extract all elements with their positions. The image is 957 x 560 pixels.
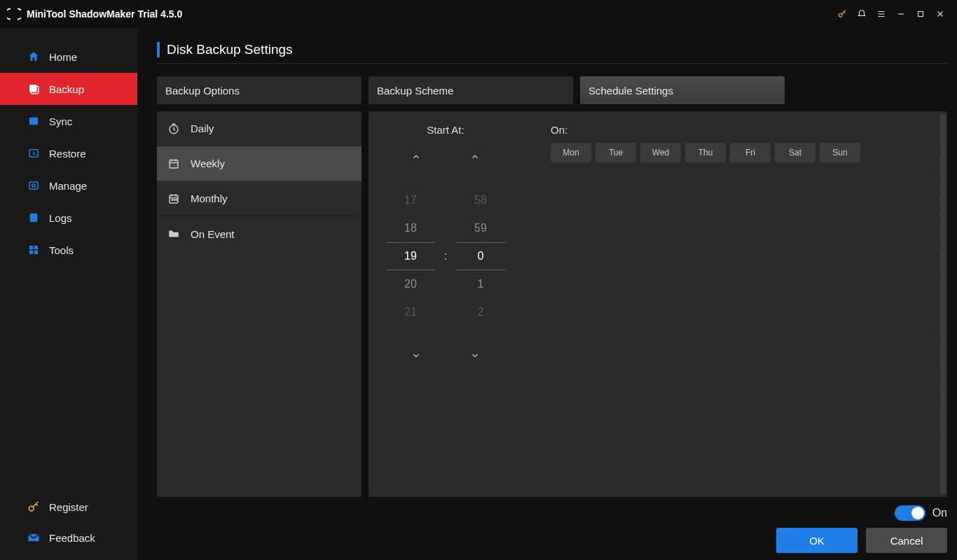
calendar-week-icon [167,157,181,171]
manage-icon [27,178,41,192]
sidebar-item-label: Backup [49,83,84,95]
freq-label: Daily [191,122,214,134]
minute-option: 59 [456,214,505,242]
sidebar-item-label: Tools [49,244,74,256]
sidebar-item-tools[interactable]: Tools [0,234,137,266]
time-picker: Start At: 17 18 19 20 21 [383,124,509,365]
minute-column[interactable]: 58 59 0 1 2 [453,186,509,326]
minute-up[interactable] [461,147,489,167]
hour-option: 20 [386,270,435,298]
sidebar-register[interactable]: Register [0,491,137,522]
tab-backup-scheme[interactable]: Backup Scheme [369,76,573,104]
sidebar-item-home[interactable]: Home [0,41,137,73]
freq-monthly[interactable]: Monthly [157,181,362,216]
schedule-toggle[interactable] [895,505,925,521]
sidebar-item-backup[interactable]: Backup [0,73,137,105]
days-picker: On: Mon Tue Wed Thu Fri Sat Sun [551,124,860,162]
sidebar-item-label: Sync [49,115,72,127]
sidebar-item-restore[interactable]: Restore [0,137,137,169]
svg-point-19 [176,199,177,200]
home-icon [27,50,41,64]
freq-label: Monthly [191,192,228,204]
sidebar: Home Backup Sync Restore Manage Logs [0,28,137,560]
toggle-label: On [932,507,947,519]
day-sat[interactable]: Sat [775,143,815,162]
day-tue[interactable]: Tue [595,143,636,162]
calendar-month-icon [167,192,181,206]
mail-icon [27,531,41,545]
hour-down[interactable] [402,346,430,365]
tools-icon [27,243,41,257]
start-at-label: Start At: [427,124,464,136]
folder-icon [167,227,181,241]
hour-selected: 19 [386,242,435,270]
maximize-icon[interactable] [911,4,930,24]
svg-point-7 [32,184,36,188]
tab-schedule-settings[interactable]: Schedule Settings [580,76,785,104]
sidebar-item-logs[interactable]: Logs [0,202,137,234]
tab-label: Backup Scheme [377,85,453,97]
page-title-accent [157,42,160,57]
minute-option: 2 [456,298,505,326]
key-icon [27,500,41,514]
freq-weekly[interactable]: Weekly [157,146,362,181]
svg-rect-12 [34,251,38,254]
freq-onevent[interactable]: On Event [157,216,362,251]
hour-option: 21 [386,298,435,326]
freq-label: Weekly [191,158,225,169]
svg-point-13 [29,506,34,511]
day-wed[interactable]: Wed [640,143,681,162]
day-thu[interactable]: Thu [685,143,726,162]
feedback-label: Feedback [49,532,95,544]
notify-icon[interactable] [852,4,872,24]
day-fri[interactable]: Fri [730,143,771,162]
register-label: Register [49,501,88,513]
page-title-row: Disk Backup Settings [157,42,947,64]
svg-rect-4 [29,118,38,125]
ok-button[interactable]: OK [776,528,858,553]
tab-label: Schedule Settings [588,85,673,97]
minimize-icon[interactable] [891,4,911,24]
minute-selected: 0 [456,242,505,270]
freq-daily[interactable]: Daily [157,111,362,146]
minute-down[interactable] [461,346,489,365]
freq-label: On Event [191,228,235,240]
main: Disk Backup Settings Backup Options Back… [137,28,957,560]
hour-column[interactable]: 17 18 19 20 21 [383,186,439,326]
sidebar-item-label: Restore [49,148,86,160]
schedule-panel: Start At: 17 18 19 20 21 [369,111,947,497]
sync-icon [27,114,41,128]
svg-rect-8 [30,214,38,222]
scrollbar[interactable] [940,114,946,494]
day-sun[interactable]: Sun [820,143,860,162]
sidebar-item-manage[interactable]: Manage [0,169,137,202]
footer: On OK Cancel [157,497,947,553]
minute-option: 58 [456,186,505,214]
sidebar-item-label: Logs [49,212,72,224]
clock-icon [167,122,181,136]
cancel-button[interactable]: Cancel [866,528,947,553]
svg-rect-11 [29,251,33,254]
hour-up[interactable] [402,147,430,167]
tabs: Backup Options Backup Scheme Schedule Se… [157,76,947,104]
svg-rect-15 [170,160,178,167]
sidebar-feedback[interactable]: Feedback [0,522,137,553]
svg-point-0 [839,13,842,17]
cancel-label: Cancel [890,535,923,547]
sidebar-item-sync[interactable]: Sync [0,105,137,137]
key-icon[interactable] [832,4,852,24]
svg-rect-6 [29,182,38,190]
sidebar-item-label: Home [49,51,77,63]
ok-label: OK [809,535,825,547]
menu-icon[interactable] [872,4,891,24]
day-mon[interactable]: Mon [551,143,591,162]
svg-point-18 [174,199,175,200]
page-title: Disk Backup Settings [167,42,293,57]
tab-label: Backup Options [165,85,240,97]
svg-point-17 [172,199,173,200]
restore-icon [27,146,41,160]
titlebar: MiniTool ShadowMaker Trial 4.5.0 [0,0,957,28]
tab-backup-options[interactable]: Backup Options [157,76,362,104]
svg-rect-1 [918,12,923,17]
close-icon[interactable] [930,4,950,24]
